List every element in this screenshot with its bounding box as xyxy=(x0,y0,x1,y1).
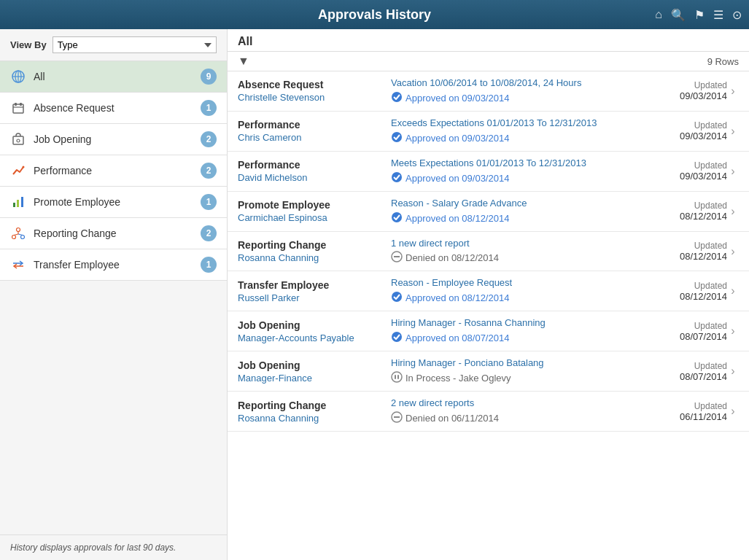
record-arrow: › xyxy=(727,284,739,298)
status-icon xyxy=(391,211,403,225)
record-person: Christelle Stevenson xyxy=(238,92,384,103)
record-main: Reporting Change Rosanna Channing xyxy=(238,400,384,424)
svg-point-9 xyxy=(17,139,20,142)
record-main: Promote Employee Carmichael Espinosa xyxy=(238,199,384,223)
record-updated-label: Updated xyxy=(654,401,727,411)
search-icon[interactable]: 🔍 xyxy=(671,8,686,22)
status-text: Approved on 08/12/2014 xyxy=(405,292,509,303)
record-type: Reporting Change xyxy=(238,400,384,411)
record-person: Rosanna Channing xyxy=(238,252,384,263)
sidebar-item-badge: 2 xyxy=(201,163,217,179)
record-updated: Updated 08/12/2014 xyxy=(654,241,727,262)
record-status: In Process - Jake Oglevy xyxy=(391,371,647,385)
home-icon[interactable]: ⌂ xyxy=(655,8,662,21)
record-status: Approved on 09/03/2014 xyxy=(391,131,647,145)
record-updated: Updated 08/12/2014 xyxy=(654,201,727,222)
record-updated: Updated 08/12/2014 xyxy=(654,281,727,302)
records-list: Absence Request Christelle Stevenson Vac… xyxy=(228,71,749,560)
record-status: Denied on 06/11/2014 xyxy=(391,411,647,425)
sidebar-item-transfer-employee[interactable]: Transfer Employee 1 xyxy=(0,249,227,281)
svg-rect-11 xyxy=(13,203,15,207)
sidebar-item-job-opening[interactable]: Job Opening 2 xyxy=(0,124,227,155)
sidebar-item-performance[interactable]: Performance 2 xyxy=(0,155,227,187)
record-updated-label: Updated xyxy=(654,361,727,371)
record-row[interactable]: Transfer Employee Russell Parker Reason … xyxy=(228,271,749,311)
record-updated: Updated 08/07/2014 xyxy=(654,361,727,382)
record-description: Hiring Manager - Ponciano Batalang xyxy=(391,357,647,370)
record-row[interactable]: Job Opening Manager-Finance Hiring Manag… xyxy=(228,351,749,392)
sidebar-item-badge: 1 xyxy=(201,100,217,116)
sidebar-item-promote-employee[interactable]: Promote Employee 1 xyxy=(0,187,227,218)
page-title: Approvals History xyxy=(318,7,431,23)
view-by-select[interactable]: Type Date Status xyxy=(53,36,217,53)
record-arrow: › xyxy=(727,365,739,378)
user-icon[interactable]: ⊙ xyxy=(732,8,742,22)
view-by-row: View By Type Date Status xyxy=(0,29,227,61)
sidebar-item-absence-request[interactable]: Absence Request 1 xyxy=(0,93,227,124)
status-icon xyxy=(391,411,403,425)
record-type: Performance xyxy=(238,119,384,131)
transfer-icon xyxy=(10,257,26,273)
sidebar-item-label: Performance xyxy=(34,165,201,176)
status-text: Denied on 06/11/2014 xyxy=(405,413,499,424)
record-person: Carmichael Espinosa xyxy=(238,212,384,223)
sidebar-item-label: All xyxy=(34,71,201,82)
record-row[interactable]: Job Opening Manager-Accounts Payable Hir… xyxy=(228,311,749,351)
content-area: All ▼ 9 Rows Absence Request Christelle … xyxy=(228,29,749,560)
record-type: Job Opening xyxy=(238,359,384,371)
record-updated-label: Updated xyxy=(654,80,727,90)
record-detail: Hiring Manager - Rosanna Channing Approv… xyxy=(384,317,654,345)
record-description: 2 new direct reports xyxy=(391,397,647,410)
content-subheader: ▼ 9 Rows xyxy=(228,52,749,71)
record-row[interactable]: Performance David Michelson Meets Expect… xyxy=(228,152,749,192)
record-status: Denied on 08/12/2014 xyxy=(391,251,647,265)
menu-icon[interactable]: ☰ xyxy=(713,8,723,22)
record-arrow: › xyxy=(727,324,739,338)
record-person: David Michelson xyxy=(238,172,384,183)
record-main: Job Opening Manager-Finance xyxy=(238,359,384,384)
status-icon xyxy=(391,171,403,185)
record-arrow: › xyxy=(727,245,739,258)
record-detail: Exceeds Expectations 01/01/2013 To 12/31… xyxy=(384,117,654,145)
status-icon xyxy=(391,291,403,305)
record-updated-date: 08/12/2014 xyxy=(654,291,727,302)
job-icon xyxy=(10,131,26,147)
record-description: Hiring Manager - Rosanna Channing xyxy=(391,317,647,330)
sidebar-item-badge: 2 xyxy=(201,225,217,241)
record-main: Performance Chris Cameron xyxy=(238,119,384,143)
record-person: Russell Parker xyxy=(238,292,384,303)
sidebar: View By Type Date Status All 9 Absence R… xyxy=(0,29,228,560)
record-updated: Updated 06/11/2014 xyxy=(654,401,727,422)
record-person: Manager-Accounts Payable xyxy=(238,332,384,343)
sidebar-item-all[interactable]: All 9 xyxy=(0,61,227,93)
record-main: Performance David Michelson xyxy=(238,159,384,183)
svg-rect-8 xyxy=(13,136,23,144)
filter-icon[interactable]: ▼ xyxy=(238,55,249,68)
record-row[interactable]: Promote Employee Carmichael Espinosa Rea… xyxy=(228,192,749,232)
record-row[interactable]: Absence Request Christelle Stevenson Vac… xyxy=(228,71,749,112)
record-status: Approved on 08/12/2014 xyxy=(391,291,647,305)
record-updated-label: Updated xyxy=(654,321,727,331)
record-row[interactable]: Reporting Change Rosanna Channing 1 new … xyxy=(228,232,749,272)
svg-point-30 xyxy=(392,372,402,382)
record-updated-label: Updated xyxy=(654,201,727,211)
record-description: Reason - Employee Request xyxy=(391,277,647,289)
flag-icon[interactable]: ⚑ xyxy=(694,8,705,22)
record-detail: Meets Expectations 01/01/2013 To 12/31/2… xyxy=(384,158,654,185)
record-description: Reason - Salary Grade Advance xyxy=(391,198,647,210)
svg-line-18 xyxy=(14,234,18,236)
status-icon xyxy=(391,371,403,385)
sidebar-items: All 9 Absence Request 1 Job Opening 2 Pe… xyxy=(0,61,227,534)
sidebar-item-reporting-change[interactable]: Reporting Change 2 xyxy=(0,218,227,249)
sidebar-item-badge: 9 xyxy=(201,69,217,85)
record-row[interactable]: Performance Chris Cameron Exceeds Expect… xyxy=(228,112,749,152)
sidebar-item-badge: 1 xyxy=(201,194,217,210)
record-updated-date: 08/12/2014 xyxy=(654,211,727,222)
content-header: All xyxy=(228,29,749,52)
svg-point-15 xyxy=(12,236,16,239)
status-icon xyxy=(391,131,403,145)
record-row[interactable]: Reporting Change Rosanna Channing 2 new … xyxy=(228,392,749,432)
svg-rect-31 xyxy=(395,375,396,379)
record-type: Transfer Employee xyxy=(238,279,384,291)
record-updated-label: Updated xyxy=(654,281,727,291)
